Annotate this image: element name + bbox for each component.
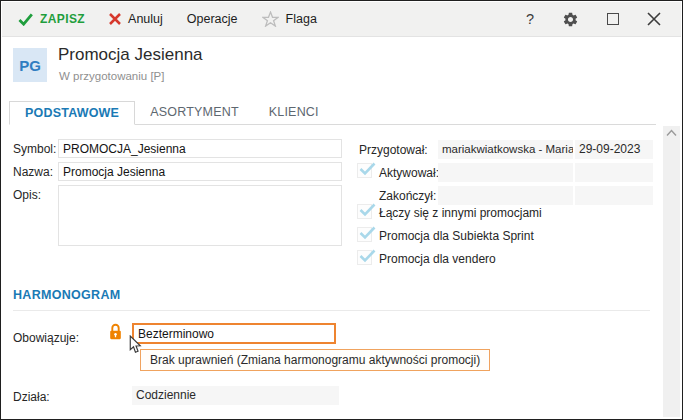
flag-button[interactable]: Flaga	[262, 11, 317, 27]
close-icon[interactable]	[647, 12, 661, 26]
lock-icon	[109, 323, 122, 344]
maximize-icon[interactable]	[607, 13, 619, 25]
zakonczyl-value	[438, 186, 573, 205]
x-icon	[109, 13, 121, 25]
flag-button-label: Flaga	[286, 12, 317, 26]
gear-icon[interactable]	[562, 11, 579, 28]
zakonczyl-date	[575, 186, 653, 205]
opis-label: Opis:	[13, 188, 41, 202]
page-title: Promocja Jesienna	[58, 45, 203, 65]
vendero-checkbox[interactable]	[357, 250, 372, 265]
nazwa-input[interactable]	[58, 162, 342, 181]
aktywowal-label: Aktywował:	[379, 166, 439, 180]
przygotowal-value: mariakwiatkowska - Maria	[438, 140, 573, 159]
nazwa-label: Nazwa:	[13, 165, 53, 179]
obowiazuje-label: Obowiązuje:	[13, 331, 79, 345]
save-button-label: ZAPISZ	[40, 12, 85, 26]
opis-textarea[interactable]	[58, 185, 342, 246]
section-divider	[13, 310, 650, 311]
dziala-value: Codziennie	[132, 386, 339, 405]
check-icon	[18, 13, 33, 26]
symbol-label: Symbol:	[13, 142, 56, 156]
przygotowal-label: Przygotował:	[359, 143, 428, 157]
pale-check-icon	[359, 249, 376, 263]
subiekt-sprint-label: Promocja dla Subiekta Sprint	[379, 229, 534, 243]
dziala-label: Działa:	[13, 390, 50, 404]
pale-check-icon	[359, 226, 376, 240]
aktywowal-value	[438, 163, 573, 182]
przygotowal-date: 29-09-2023	[575, 140, 653, 159]
pale-check-icon	[359, 203, 376, 217]
cancel-button[interactable]: Anuluj	[109, 12, 163, 26]
save-button[interactable]: ZAPISZ	[18, 12, 85, 26]
laczy-sie-checkbox[interactable]	[357, 204, 372, 219]
tab-podstawowe[interactable]: PODSTAWOWE	[9, 101, 135, 125]
pale-check-icon	[359, 162, 376, 176]
promotion-window: ZAPISZ Anuluj Operacje Flaga ? PG Promoc…	[0, 0, 683, 420]
tab-klienci[interactable]: KLIENCI	[254, 101, 334, 124]
avatar: PG	[13, 48, 47, 82]
toolbar: ZAPISZ Anuluj Operacje Flaga ?	[2, 2, 681, 37]
help-button[interactable]: ?	[526, 11, 534, 27]
laczy-sie-label: Łączy się z innymi promocjami	[379, 206, 542, 220]
permission-tooltip: Brak uprawnień (Zmiana harmonogramu akty…	[140, 349, 490, 371]
tab-asortyment[interactable]: ASORTYMENT	[135, 101, 254, 124]
operations-menu-label: Operacje	[187, 12, 238, 26]
operations-menu[interactable]: Operacje	[187, 12, 238, 26]
symbol-input[interactable]	[58, 139, 342, 158]
scrollbar[interactable]	[663, 126, 680, 417]
aktywowal-checkbox[interactable]	[357, 163, 372, 178]
star-icon	[262, 11, 279, 27]
subiekt-sprint-checkbox[interactable]	[357, 227, 372, 242]
tab-bar: PODSTAWOWE ASORTYMENT KLIENCI	[9, 101, 656, 125]
window-controls: ?	[526, 11, 669, 28]
vendero-label: Promocja dla vendero	[379, 252, 496, 266]
cancel-button-label: Anuluj	[128, 12, 163, 26]
zakonczyl-label: Zakończył:	[379, 189, 436, 203]
obowiazuje-input[interactable]	[132, 323, 336, 344]
aktywowal-date	[575, 163, 653, 182]
status-text: W przygotowaniu [P]	[59, 70, 164, 82]
chevron-up-icon	[666, 129, 677, 137]
harmonogram-section-title: HARMONOGRAM	[13, 288, 120, 302]
